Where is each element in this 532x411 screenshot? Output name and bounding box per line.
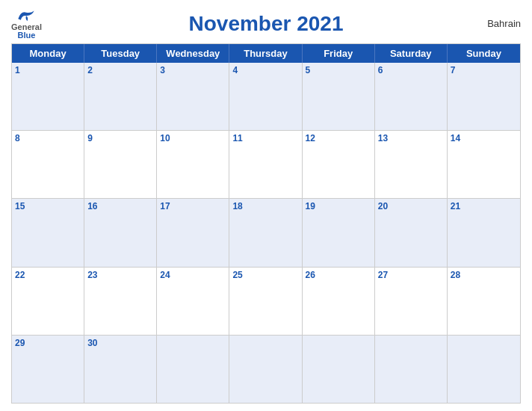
day-number: 9 bbox=[87, 133, 153, 143]
day-cell-27: 27 bbox=[375, 268, 448, 335]
day-number: 23 bbox=[87, 270, 153, 280]
day-number: 26 bbox=[306, 270, 371, 280]
calendar-title: November 2021 bbox=[188, 12, 343, 36]
day-cell-1: 1 bbox=[12, 63, 84, 130]
day-cell-empty bbox=[229, 336, 302, 403]
calendar-grid: MondayTuesdayWednesdayThursdayFridaySatu… bbox=[11, 43, 521, 404]
day-cell-empty bbox=[157, 336, 229, 403]
day-header-sunday: Sunday bbox=[448, 44, 520, 63]
day-number: 10 bbox=[160, 133, 226, 143]
day-cell-17: 17 bbox=[157, 199, 229, 266]
week-row-5: 2930 bbox=[12, 335, 520, 403]
week-row-2: 891011121314 bbox=[12, 130, 520, 198]
day-number: 19 bbox=[306, 201, 371, 211]
day-number: 16 bbox=[87, 201, 153, 211]
day-cell-empty bbox=[375, 336, 448, 403]
day-cell-26: 26 bbox=[303, 268, 375, 335]
day-number: 12 bbox=[306, 133, 371, 143]
day-number: 4 bbox=[232, 65, 298, 75]
day-cell-29: 29 bbox=[12, 336, 84, 403]
day-cell-21: 21 bbox=[448, 199, 520, 266]
day-number: 3 bbox=[160, 65, 226, 75]
day-number: 22 bbox=[15, 270, 81, 280]
day-cell-5: 5 bbox=[303, 63, 375, 130]
day-header-tuesday: Tuesday bbox=[84, 44, 157, 63]
day-number: 6 bbox=[378, 65, 444, 75]
day-number: 7 bbox=[451, 65, 517, 75]
day-number: 14 bbox=[451, 133, 517, 143]
day-cell-9: 9 bbox=[84, 131, 157, 198]
day-number: 25 bbox=[232, 270, 298, 280]
day-header-monday: Monday bbox=[12, 44, 84, 63]
day-cell-30: 30 bbox=[84, 336, 157, 403]
day-number: 18 bbox=[232, 201, 298, 211]
day-cell-empty bbox=[303, 336, 375, 403]
day-header-friday: Friday bbox=[303, 44, 375, 63]
day-number: 15 bbox=[15, 201, 81, 211]
day-number: 13 bbox=[378, 133, 444, 143]
day-cell-15: 15 bbox=[12, 199, 84, 266]
day-cell-20: 20 bbox=[375, 199, 448, 266]
day-cell-2: 2 bbox=[84, 63, 157, 130]
day-number: 27 bbox=[378, 270, 444, 280]
day-cell-19: 19 bbox=[303, 199, 375, 266]
calendar-header: General Blue November 2021 Bahrain bbox=[11, 7, 521, 39]
week-row-4: 22232425262728 bbox=[12, 267, 520, 335]
day-header-saturday: Saturday bbox=[375, 44, 448, 63]
day-cell-13: 13 bbox=[375, 131, 448, 198]
day-header-thursday: Thursday bbox=[229, 44, 302, 63]
day-number: 17 bbox=[160, 201, 226, 211]
week-row-1: 1234567 bbox=[12, 63, 520, 130]
day-number: 11 bbox=[232, 133, 298, 143]
logo: General Blue bbox=[11, 8, 42, 40]
day-number: 21 bbox=[451, 201, 517, 211]
day-cell-4: 4 bbox=[229, 63, 302, 130]
day-number: 5 bbox=[306, 65, 371, 75]
day-number: 30 bbox=[87, 338, 153, 348]
country-label: Bahrain bbox=[487, 18, 521, 29]
logo-bird-icon bbox=[15, 8, 37, 23]
day-number: 8 bbox=[15, 133, 81, 143]
day-cell-empty bbox=[448, 336, 520, 403]
day-number: 28 bbox=[451, 270, 517, 280]
day-cell-16: 16 bbox=[84, 199, 157, 266]
day-cell-7: 7 bbox=[448, 63, 520, 130]
day-cell-24: 24 bbox=[157, 268, 229, 335]
day-cell-25: 25 bbox=[229, 268, 302, 335]
day-number: 29 bbox=[15, 338, 81, 348]
calendar-weeks: 1234567891011121314151617181920212223242… bbox=[12, 63, 520, 403]
day-cell-22: 22 bbox=[12, 268, 84, 335]
day-number: 1 bbox=[15, 65, 81, 75]
day-cell-3: 3 bbox=[157, 63, 229, 130]
day-cell-28: 28 bbox=[448, 268, 520, 335]
day-cell-10: 10 bbox=[157, 131, 229, 198]
day-headers-row: MondayTuesdayWednesdayThursdayFridaySatu… bbox=[12, 44, 520, 63]
day-header-wednesday: Wednesday bbox=[157, 44, 229, 63]
week-row-3: 15161718192021 bbox=[12, 198, 520, 266]
logo-blue-text: Blue bbox=[18, 31, 36, 40]
day-number: 24 bbox=[160, 270, 226, 280]
day-number: 2 bbox=[87, 65, 153, 75]
day-cell-18: 18 bbox=[229, 199, 302, 266]
day-cell-6: 6 bbox=[375, 63, 448, 130]
day-cell-14: 14 bbox=[448, 131, 520, 198]
day-cell-8: 8 bbox=[12, 131, 84, 198]
day-number: 20 bbox=[378, 201, 444, 211]
day-cell-23: 23 bbox=[84, 268, 157, 335]
day-cell-11: 11 bbox=[229, 131, 302, 198]
day-cell-12: 12 bbox=[303, 131, 375, 198]
